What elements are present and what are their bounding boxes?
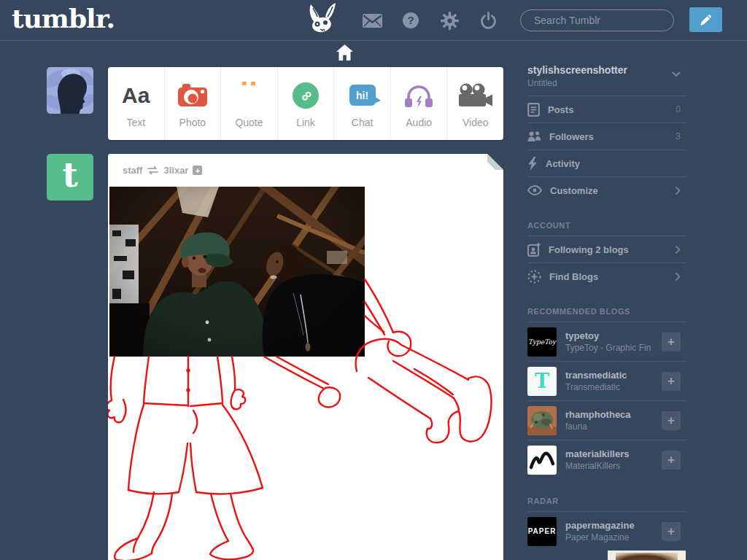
follow-plus-button[interactable]: + xyxy=(662,522,681,541)
posts-label: Posts xyxy=(548,104,573,115)
materialkillers-avatar xyxy=(527,446,557,475)
compose-button[interactable] xyxy=(689,7,722,32)
find-blogs-label: Find Blogs xyxy=(549,271,598,282)
recommended-blog-transmediatic[interactable]: T transmediatic Transmediatic + xyxy=(527,361,686,400)
rhamphotheca-avatar xyxy=(527,406,557,435)
svg-text:?: ? xyxy=(407,14,414,26)
post-corner-fold xyxy=(487,154,503,170)
followers-icon xyxy=(527,131,541,142)
composer-text-label: Text xyxy=(126,117,145,128)
search-icon xyxy=(528,15,529,26)
username: stylishscreenshotter xyxy=(527,64,686,76)
radar-blog-papermagazine[interactable]: PAPER papermagazine Paper Magazine + xyxy=(527,511,686,551)
tumblr-logo[interactable]: tumblr. xyxy=(12,3,115,34)
mail-icon[interactable] xyxy=(360,0,384,41)
post-photo[interactable] xyxy=(109,187,365,357)
follow-source-button[interactable]: + xyxy=(193,166,202,175)
recommended-blog-typetoy[interactable]: TypeToy typetoy TypeToy - Graphic Fin + xyxy=(527,322,686,361)
customize-eye-icon xyxy=(527,185,542,195)
current-blog-selector[interactable]: stylishscreenshotter Untitled xyxy=(527,63,686,96)
default-avatar-art xyxy=(47,67,93,114)
blog-description: Paper Magazine xyxy=(565,532,659,542)
reblog-icon xyxy=(147,166,159,175)
power-glyph xyxy=(480,12,497,29)
activity-label: Activity xyxy=(546,158,580,169)
composer-link-button[interactable]: ∞ Link xyxy=(278,67,335,140)
top-navbar: tumblr. xyxy=(0,0,747,41)
composer-chat-button[interactable]: hi! Chat xyxy=(334,67,391,140)
composer-quote-button[interactable]: “ Quote xyxy=(221,67,278,140)
link-icon: ∞ xyxy=(293,82,319,109)
blog-name: papermagazine xyxy=(565,520,659,531)
sidebar-item-customize[interactable]: Customize xyxy=(527,176,686,203)
blog-name: rhamphotheca xyxy=(565,409,659,420)
recommended-section-header: RECOMMENDED BLOGS xyxy=(527,307,686,316)
user-avatar[interactable] xyxy=(47,67,93,114)
settings-gear-icon[interactable] xyxy=(438,0,460,41)
chevron-right-icon xyxy=(675,245,681,254)
posts-count: 0 xyxy=(676,104,681,114)
chevron-right-icon xyxy=(675,186,681,195)
reblog-source[interactable]: 3lixar xyxy=(163,165,188,176)
tumblr-dashboard: tumblr. xyxy=(0,0,747,560)
recommended-blog-rhamphotheca[interactable]: rhamphotheca fauna + xyxy=(527,400,686,440)
staff-avatar[interactable]: t xyxy=(47,154,93,201)
blog-description: TypeToy - Graphic Fin xyxy=(565,343,659,353)
help-glyph: ? xyxy=(402,12,419,29)
composer-video-button[interactable]: Video xyxy=(447,67,503,140)
following-blogs-icon xyxy=(527,243,541,257)
sidebar-item-followers[interactable]: Followers 3 xyxy=(527,122,686,149)
composer-chat-label: Chat xyxy=(352,117,374,128)
text-aa-icon: Aa xyxy=(122,83,150,108)
headphones-icon xyxy=(403,82,434,109)
search-input[interactable] xyxy=(534,15,666,26)
blog-title: Untitled xyxy=(527,78,686,88)
composer-text-button[interactable]: Aa Text xyxy=(108,67,165,140)
chat-bubble-icon: hi! xyxy=(349,85,376,106)
power-logout-icon[interactable] xyxy=(477,0,499,41)
blog-description: fauna xyxy=(565,421,659,432)
post-card: staff 3lixar + xyxy=(108,154,503,560)
follow-plus-button[interactable]: + xyxy=(662,411,681,430)
blog-description: MaterialKillers xyxy=(565,461,659,471)
quote-marks-icon: “ xyxy=(237,82,261,109)
papermagazine-avatar: PAPER xyxy=(527,517,557,546)
post-composer: Aa Text Photo “ Quote ∞ xyxy=(108,67,503,140)
composer-quote-label: Quote xyxy=(235,117,263,128)
sidebar-item-find-blogs[interactable]: Find Blogs xyxy=(527,262,686,289)
sidebar-item-following[interactable]: Following 2 blogs xyxy=(527,236,686,262)
account-section-header: ACCOUNT xyxy=(527,221,686,230)
find-blogs-icon xyxy=(527,270,541,284)
follow-plus-button[interactable]: + xyxy=(662,451,681,470)
composer-audio-button[interactable]: Audio xyxy=(391,67,448,140)
followers-count: 3 xyxy=(676,131,681,141)
follow-plus-button[interactable]: + xyxy=(662,372,681,391)
customize-label: Customize xyxy=(550,185,598,196)
chevron-right-icon xyxy=(675,272,681,281)
blog-description: Transmediatic xyxy=(565,382,659,392)
search-box[interactable] xyxy=(520,9,674,31)
compose-pencil-icon xyxy=(699,13,713,27)
home-tab-icon[interactable] xyxy=(336,44,353,61)
follow-plus-button[interactable]: + xyxy=(662,332,681,351)
dashboard-sidebar: stylishscreenshotter Untitled Posts 0 xyxy=(527,63,686,551)
bat-doodle-icon[interactable] xyxy=(302,0,341,41)
sidebar-item-activity[interactable]: Activity xyxy=(527,149,686,176)
composer-video-label: Video xyxy=(462,117,489,128)
recommended-blog-materialkillers[interactable]: materialkillers MaterialKillers + xyxy=(527,440,686,479)
composer-photo-button[interactable]: Photo xyxy=(165,67,222,140)
following-label: Following 2 blogs xyxy=(549,244,629,255)
composer-link-label: Link xyxy=(296,117,315,128)
activity-lightning-icon xyxy=(527,157,538,171)
post-author[interactable]: staff xyxy=(123,165,142,176)
posts-icon xyxy=(527,103,540,117)
bat-doodle-glyph xyxy=(303,2,340,39)
radar-post-preview[interactable] xyxy=(608,551,686,560)
sidebar-item-posts[interactable]: Posts 0 xyxy=(527,96,686,122)
help-icon[interactable]: ? xyxy=(400,0,422,41)
mail-glyph xyxy=(363,14,382,28)
post-header: staff 3lixar + xyxy=(123,165,202,176)
blog-name: materialkillers xyxy=(565,448,659,459)
home-glyph xyxy=(336,44,353,61)
typetoy-avatar: TypeToy xyxy=(527,327,557,357)
